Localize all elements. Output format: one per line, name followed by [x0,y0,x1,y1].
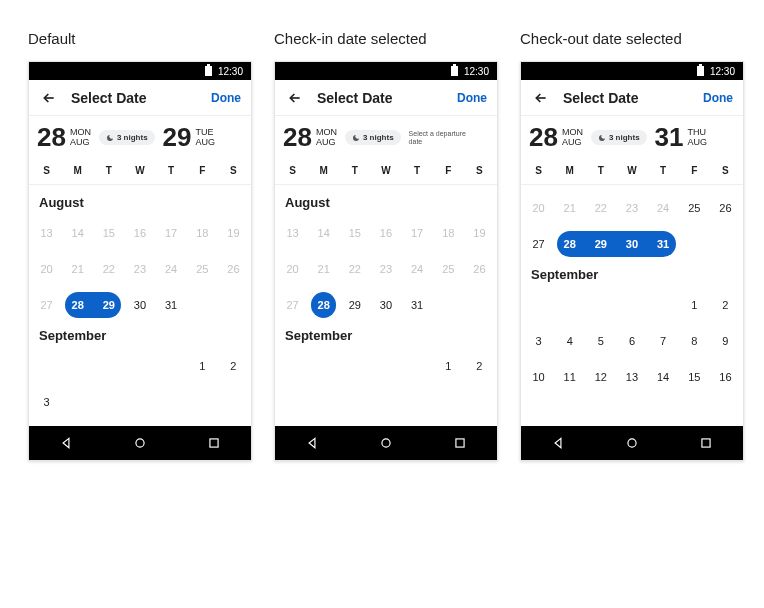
calendar-day[interactable]: 30 [124,292,155,318]
calendar-day[interactable]: 9 [710,328,741,354]
nav-recent-button[interactable] [691,428,721,458]
calendar-day[interactable]: 5 [585,328,616,354]
back-button[interactable] [285,88,305,108]
calendar-day-selected-mid[interactable]: 30 [616,231,647,257]
calendar-day: 14 [308,220,339,246]
calendar-day[interactable]: 27 [523,231,554,257]
calendar-day: 16 [370,220,401,246]
calendar-day[interactable]: 2 [464,353,495,379]
calendar-day[interactable]: 3 [31,389,62,415]
day-of-week-header: SMTWTFS [521,159,743,185]
status-bar: 12:30 [29,62,251,80]
calendar-day[interactable]: 8 [679,328,710,354]
calendar-day: 21 [62,256,93,282]
calendar-day[interactable]: 10 [523,364,554,390]
calendar-day[interactable]: 31 [156,292,187,318]
calendar-grid: 1 2 [277,353,495,379]
calendar-day[interactable]: 11 [554,364,585,390]
battery-icon [697,66,704,76]
checkin-mon: AUG [562,138,583,148]
phone-frame: 12:30 Select Date Done 28 MON AUG [520,61,744,461]
back-button[interactable] [39,88,59,108]
calendar-day-selected[interactable]: 28 [308,292,339,318]
calendar-day-selected-end[interactable]: 29 [93,292,124,318]
month-header: September [523,257,741,292]
calendar-grid: 13 14 15 16 17 18 19 20 21 22 23 24 25 2… [31,220,249,318]
back-button[interactable] [531,88,551,108]
caption: Check-out date selected [520,30,744,47]
calendar-day[interactable]: 26 [710,195,741,221]
calendar-day[interactable]: 3 [523,328,554,354]
done-button[interactable]: Done [703,91,733,105]
checkin-date-block[interactable]: 28 MON AUG [283,122,337,153]
android-nav-bar [275,426,497,460]
calendar-day[interactable]: 25 [679,195,710,221]
calendar-day[interactable]: 12 [585,364,616,390]
app-bar: Select Date Done [275,80,497,116]
calendar-day: 25 [187,256,218,282]
nav-recent-button[interactable] [445,428,475,458]
calendar-day[interactable]: 7 [648,328,679,354]
calendar-day[interactable]: 2 [710,292,741,318]
battery-icon [205,66,212,76]
calendar-day[interactable]: 13 [616,364,647,390]
calendar-day-selected-start[interactable]: 28 [62,292,93,318]
nav-recent-button[interactable] [199,428,229,458]
svg-rect-5 [702,439,710,447]
triangle-back-icon [551,436,565,450]
done-button[interactable]: Done [457,91,487,105]
calendar-day[interactable]: 30 [370,292,401,318]
calendar-grid: 1 2 3 4 5 6 7 8 9 10 11 12 13 14 15 16 [523,292,741,390]
calendar-day-selected-mid[interactable]: 29 [585,231,616,257]
calendar-day[interactable]: 6 [616,328,647,354]
checkin-mon: AUG [316,138,337,148]
calendar-day[interactable]: 31 [402,292,433,318]
nav-home-button[interactable] [371,428,401,458]
calendar-day[interactable]: 2 [218,353,249,379]
nav-back-button[interactable] [51,428,81,458]
calendar-day[interactable]: 1 [679,292,710,318]
calendar-day-selected-start[interactable]: 28 [554,231,585,257]
page-title: Select Date [563,90,703,106]
checkout-date-block[interactable]: 31 THU AUG [655,122,707,153]
battery-icon [451,66,458,76]
nav-back-button[interactable] [297,428,327,458]
checkout-mon: AUG [196,138,216,148]
calendar-day[interactable]: 15 [679,364,710,390]
calendar-scroll[interactable]: August 13 14 15 16 17 18 19 20 21 22 23 … [29,185,251,426]
calendar-scroll[interactable]: 20 21 22 23 24 25 26 27 28 29 30 31 Sept… [521,185,743,426]
svg-point-0 [136,439,144,447]
month-header: August [31,185,249,220]
calendar-day[interactable]: 1 [433,353,464,379]
calendar-day[interactable]: 16 [710,364,741,390]
calendar-day[interactable]: 1 [187,353,218,379]
calendar-day: 13 [277,220,308,246]
day-of-week-header: SMTWTFS [29,159,251,185]
svg-point-2 [382,439,390,447]
calendar-day[interactable]: 4 [554,328,585,354]
app-bar: Select Date Done [29,80,251,116]
checkout-day: 29 [163,122,192,153]
checkin-date-block[interactable]: 28 MON AUG [529,122,583,153]
checkout-prompt[interactable]: Select a departure date [409,130,467,145]
done-button[interactable]: Done [211,91,241,105]
android-nav-bar [29,426,251,460]
moon-icon [352,134,360,142]
calendar-day-selected-end[interactable]: 31 [648,231,679,257]
calendar-scroll[interactable]: August 13 14 15 16 17 18 19 20 21 22 23 … [275,185,497,426]
nav-back-button[interactable] [543,428,573,458]
calendar-day[interactable]: 29 [339,292,370,318]
status-time: 12:30 [218,66,243,77]
checkout-date-block[interactable]: 29 TUE AUG [163,122,215,153]
calendar-day: 22 [93,256,124,282]
nav-home-button[interactable] [617,428,647,458]
nights-chip: 3 nights [99,130,155,145]
calendar-day[interactable]: 14 [648,364,679,390]
nav-home-button[interactable] [125,428,155,458]
checkin-date-block[interactable]: 28 MON AUG [37,122,91,153]
triangle-back-icon [59,436,73,450]
calendar-day: 19 [218,220,249,246]
moon-icon [598,134,606,142]
arrow-left-icon [287,90,303,106]
checkout-mon: AUG [688,138,708,148]
